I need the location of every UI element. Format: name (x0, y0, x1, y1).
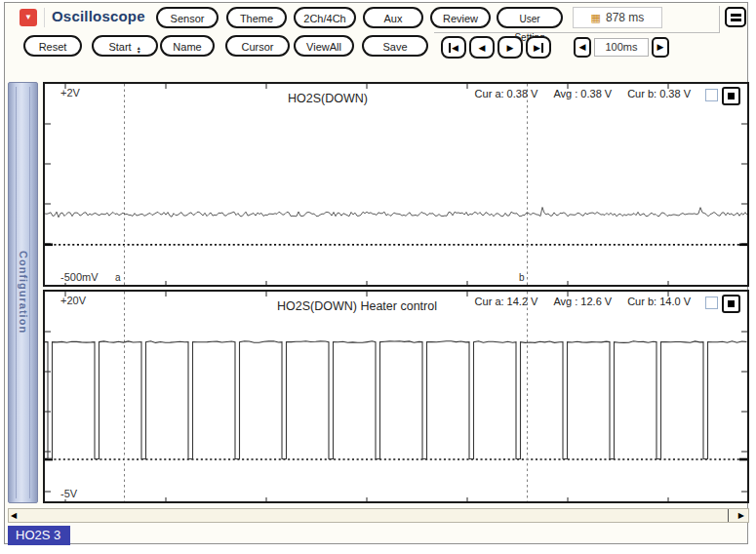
record-time-display: ▦ 878 ms (573, 7, 662, 28)
channel1-panel: +2V HO2S(DOWN) Cur a: 0.38 V Avg : 0.38 … (43, 82, 749, 287)
ch1-top-scale-label: +2V (60, 87, 80, 99)
cursor-button[interactable]: Cursor (225, 35, 290, 57)
ch2-bottom-scale-label: -5V (59, 488, 79, 499)
skip-last-icon: ▶ (534, 43, 543, 53)
step-forward-button[interactable]: ▶ (497, 36, 523, 59)
viewall-button[interactable]: ViewAll (294, 35, 354, 57)
ch1-cursor-a-value: Cur a: 0.38 V (475, 88, 538, 99)
skip-first-icon: ◀ (449, 43, 458, 53)
ch2-average-value: Avg : 12.6 V (553, 296, 612, 307)
ch2-cursor-b-value: Cur b: 14.0 V (627, 296, 691, 307)
step-back-icon: ◀ (479, 43, 486, 53)
channel2-panel: +20V HO2S(DOWN) Heater control Cur a: 14… (43, 290, 749, 503)
timer-icon: ▦ (591, 13, 601, 23)
reset-button[interactable]: Reset (23, 35, 82, 57)
tab-ho2s3[interactable]: HO2S 3 (8, 526, 70, 545)
skip-last-button[interactable]: ▶ (526, 36, 551, 59)
ch1-cursor-b-tag[interactable]: b (519, 272, 525, 283)
title-divider (44, 8, 45, 27)
sidebar-label: Configuration (18, 251, 29, 334)
right-triangle-icon: ▶ (657, 42, 664, 52)
left-triangle-icon: ◀ (579, 42, 586, 52)
channel2-plot[interactable] (45, 292, 747, 501)
scroll-right-icon[interactable]: ▶ (738, 510, 744, 522)
channel1-plot[interactable] (45, 84, 747, 285)
configuration-sidebar[interactable]: Configuration (8, 82, 38, 503)
sensor-button[interactable]: Sensor (156, 7, 219, 28)
start-button[interactable]: Start▲▼ (92, 35, 158, 57)
ch1-bottom-scale-label: -500mV (59, 271, 100, 283)
ch1-cursor-a-tag[interactable]: a (115, 272, 121, 283)
ch1-checkbox[interactable] (705, 89, 718, 101)
spinner-icon: ▲▼ (137, 46, 141, 54)
timebase-increase-button[interactable]: ▶ (652, 37, 669, 58)
ch1-average-value: Avg : 0.38 V (553, 88, 612, 99)
user-setting-button[interactable]: User Setting (497, 7, 563, 28)
toolbar-rule (434, 32, 720, 33)
horizontal-scrollbar[interactable]: ◀ ▶ (8, 508, 749, 523)
timebase-value: 100ms (594, 38, 649, 57)
ch2-channel-color-button[interactable] (722, 295, 740, 313)
save-button[interactable]: Save (362, 35, 428, 57)
channel-mode-button[interactable]: 2Ch/4Ch (294, 7, 356, 28)
step-back-button[interactable]: ◀ (469, 36, 495, 59)
ch2-top-scale-label: +20V (60, 295, 86, 306)
scrollbar-divider (728, 509, 729, 522)
review-button[interactable]: Review (430, 7, 491, 28)
record-time-value: 878 ms (606, 11, 644, 24)
theme-button[interactable]: Theme (226, 7, 287, 28)
scroll-left-icon[interactable]: ◀ (11, 510, 17, 522)
name-button[interactable]: Name (160, 35, 215, 57)
ch1-channel-color-button[interactable] (722, 87, 740, 105)
menu-icon[interactable] (725, 7, 746, 27)
page-title: Oscilloscope (52, 8, 145, 24)
ch1-title: HO2S(DOWN) (162, 92, 494, 105)
aux-button[interactable]: Aux (363, 7, 423, 28)
step-forward-icon: ▶ (507, 43, 514, 53)
skip-first-button[interactable]: ◀ (441, 36, 466, 59)
ch2-title: HO2S(DOWN) Heater control (191, 299, 523, 313)
ch2-checkbox[interactable] (705, 297, 718, 309)
down-arrow-icon: ▼ (24, 13, 32, 21)
ch2-cursor-a-value: Cur a: 14.2 V (475, 296, 538, 307)
timebase-decrease-button[interactable]: ◀ (574, 37, 591, 58)
toolbar-rule-vertical (719, 6, 720, 33)
ch1-cursor-b-value: Cur b: 0.38 V (627, 88, 691, 99)
app-red-icon[interactable]: ▼ (20, 9, 37, 26)
